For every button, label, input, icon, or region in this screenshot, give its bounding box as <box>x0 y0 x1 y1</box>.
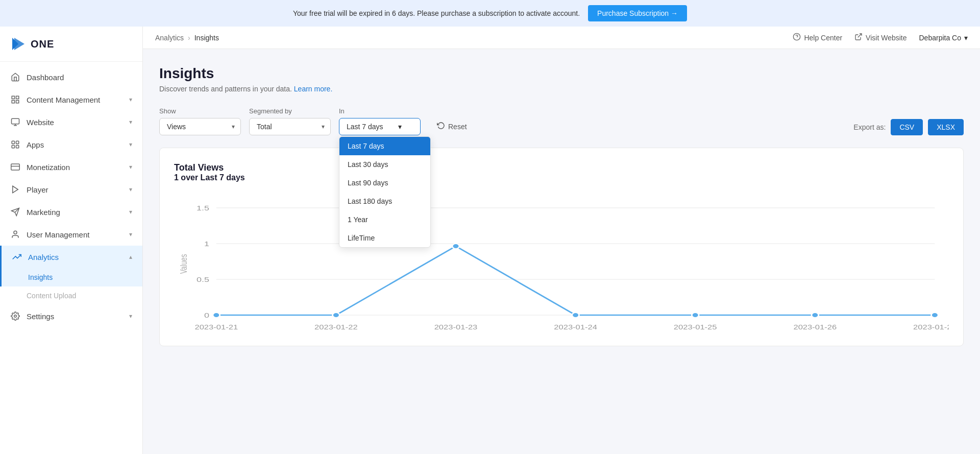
reset-button[interactable]: Reset <box>429 117 475 135</box>
svg-point-32 <box>452 244 459 249</box>
send-icon <box>10 207 20 217</box>
svg-point-31 <box>333 313 340 318</box>
sidebar-item-monetization-label: Monetization <box>27 163 70 172</box>
svg-rect-8 <box>16 141 19 144</box>
header-actions: Help Center Visit Website Debarpita Co ▾ <box>793 33 968 42</box>
sidebar-item-insights[interactable]: Insights <box>0 268 142 286</box>
in-chevron-icon: ▾ <box>398 123 402 131</box>
sidebar-item-player[interactable]: Player ▾ <box>0 178 142 201</box>
chart-header: Total Views 1 over Last 7 days <box>174 162 949 182</box>
user-menu[interactable]: Debarpita Co ▾ <box>919 34 968 42</box>
chevron-down-icon: ▾ <box>129 96 132 103</box>
page-subtitle: Discover trends and patterns in your dat… <box>159 85 964 93</box>
svg-text:1.5: 1.5 <box>197 204 209 211</box>
sidebar-item-monetization[interactable]: Monetization ▾ <box>0 156 142 178</box>
dropdown-item-last180days[interactable]: Last 180 days <box>339 192 430 210</box>
user-icon <box>10 229 20 240</box>
reset-label: Reset <box>448 123 467 131</box>
help-center-link[interactable]: Help Center <box>793 33 842 42</box>
svg-rect-0 <box>12 96 14 99</box>
chevron-down-icon: ▾ <box>129 186 132 193</box>
svg-point-34 <box>692 313 699 318</box>
sidebar-navigation: Dashboard Content Management ▾ <box>0 62 142 331</box>
sidebar-item-player-label: Player <box>27 185 48 194</box>
dropdown-item-last30days[interactable]: Last 30 days <box>339 155 430 174</box>
svg-point-35 <box>812 313 819 318</box>
svg-point-17 <box>14 315 17 318</box>
export-label: Export as: <box>853 123 886 131</box>
segmented-select-wrapper: Total ▾ <box>249 118 331 135</box>
svg-text:2023-01-22: 2023-01-22 <box>314 324 358 330</box>
sidebar-item-content-management[interactable]: Content Management ▾ <box>0 88 142 111</box>
visit-website-label: Visit Website <box>866 34 906 42</box>
purchase-subscription-button[interactable]: Purchase Subscription → <box>588 5 687 21</box>
svg-line-20 <box>858 34 862 37</box>
chevron-up-icon: ▴ <box>129 253 132 260</box>
trial-banner: Your free trial will be expired in 6 day… <box>0 0 980 27</box>
dropdown-item-last7days[interactable]: Last 7 days <box>339 137 430 155</box>
filters-row: Show Views ▾ Segmented by Total <box>159 107 964 135</box>
chevron-down-icon: ▾ <box>129 313 132 320</box>
monitor-icon <box>10 117 20 127</box>
chevron-down-icon: ▾ <box>129 163 132 171</box>
sidebar-item-user-management-label: User Management <box>27 230 89 239</box>
page-title: Insights <box>159 65 964 82</box>
show-select[interactable]: Views <box>159 118 241 135</box>
svg-rect-4 <box>12 118 19 124</box>
sidebar: ONE Dashboard Content Management <box>0 27 143 454</box>
sidebar-item-apps[interactable]: Apps ▾ <box>0 133 142 156</box>
home-icon <box>10 72 20 82</box>
svg-text:0.5: 0.5 <box>197 276 209 283</box>
sidebar-item-dashboard-label: Dashboard <box>27 73 64 82</box>
chevron-down-icon: ▾ <box>129 141 132 148</box>
dropdown-item-last90days[interactable]: Last 90 days <box>339 174 430 192</box>
dropdown-item-lifetime[interactable]: LifeTime <box>339 229 430 247</box>
in-select-trigger[interactable]: Last 7 days ▾ <box>339 118 421 135</box>
play-icon <box>10 184 20 195</box>
svg-text:Values: Values <box>179 254 188 274</box>
gear-icon <box>10 311 20 321</box>
in-filter-group: In Last 7 days ▾ Last 7 days Last 30 day… <box>339 107 421 135</box>
svg-point-36 <box>932 313 939 318</box>
svg-rect-11 <box>11 164 20 170</box>
svg-text:2023-01-26: 2023-01-26 <box>793 324 837 330</box>
segmented-filter-group: Segmented by Total ▾ <box>249 107 331 135</box>
show-filter-group: Show Views ▾ <box>159 107 241 135</box>
reset-icon <box>437 122 445 131</box>
chart-period-label: over Last 7 days <box>181 173 244 182</box>
export-xlsx-button[interactable]: XLSX <box>928 119 964 135</box>
segmented-select[interactable]: Total <box>249 118 331 135</box>
show-select-wrapper: Views ▾ <box>159 118 241 135</box>
file-icon <box>10 94 20 105</box>
svg-text:2023-01-21: 2023-01-21 <box>194 324 238 330</box>
sidebar-item-settings-label: Settings <box>27 312 54 321</box>
sidebar-item-marketing[interactable]: Marketing ▾ <box>0 201 142 223</box>
breadcrumb-separator: › <box>188 34 190 42</box>
grid-icon <box>10 139 20 150</box>
sidebar-item-settings[interactable]: Settings ▾ <box>0 305 142 327</box>
svg-rect-1 <box>16 96 19 99</box>
export-section: Export as: CSV XLSX <box>853 119 964 135</box>
svg-text:2023-01-27: 2023-01-27 <box>913 324 949 330</box>
svg-text:2023-01-23: 2023-01-23 <box>434 324 478 330</box>
sidebar-item-content-upload[interactable]: Content Upload <box>0 286 142 305</box>
in-label: In <box>339 107 421 115</box>
breadcrumb: Analytics › Insights <box>155 34 219 42</box>
chart-area: 1.5 1 0.5 0 Values <box>174 193 949 336</box>
sidebar-item-analytics[interactable]: Analytics ▴ <box>0 246 142 268</box>
chart-subtitle: 1 over Last 7 days <box>174 173 949 182</box>
visit-website-link[interactable]: Visit Website <box>854 33 906 42</box>
sidebar-item-dashboard[interactable]: Dashboard <box>0 66 142 88</box>
breadcrumb-parent[interactable]: Analytics <box>155 34 184 42</box>
sidebar-item-website[interactable]: Website ▾ <box>0 111 142 133</box>
export-csv-button[interactable]: CSV <box>891 119 923 135</box>
chevron-down-icon: ▾ <box>129 208 132 216</box>
sidebar-item-user-management[interactable]: User Management ▾ <box>0 223 142 246</box>
learn-more-link[interactable]: Learn more. <box>294 85 332 93</box>
show-label: Show <box>159 107 241 115</box>
page-body: Insights Discover trends and patterns in… <box>143 49 980 454</box>
chevron-down-icon: ▾ <box>129 231 132 238</box>
user-name: Debarpita Co <box>919 34 962 42</box>
dropdown-item-1year[interactable]: 1 Year <box>339 210 430 229</box>
sidebar-item-website-label: Website <box>27 118 54 127</box>
